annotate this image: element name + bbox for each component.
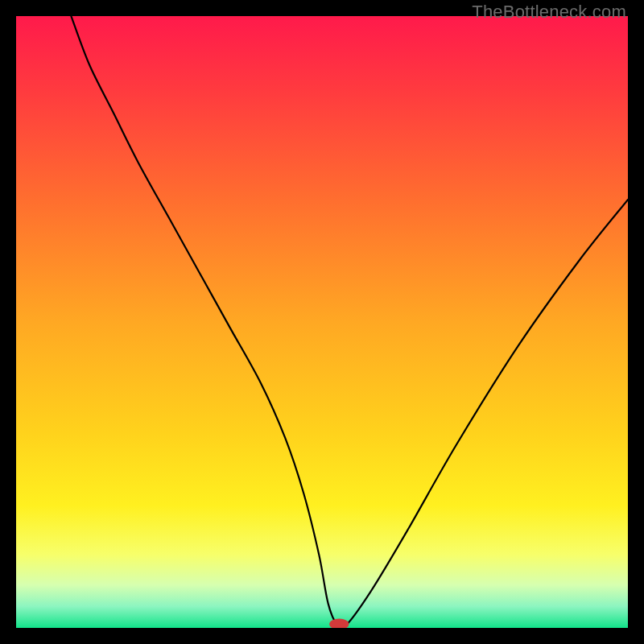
- watermark-text: TheBottleneck.com: [472, 2, 626, 23]
- chart-frame: [16, 16, 628, 628]
- bottleneck-chart: [16, 16, 628, 628]
- gradient-background: [16, 16, 628, 628]
